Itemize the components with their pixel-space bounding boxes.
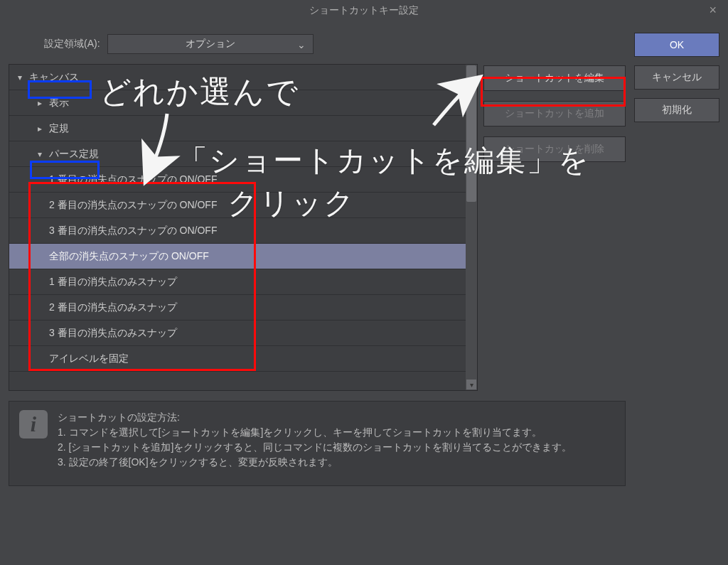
tree-item-label: キャンバス: [29, 71, 79, 84]
tree-item-label: 3 番目の消失点のスナップの ON/OFF: [49, 225, 217, 237]
content-row: ▾キャンバス▸表示▸定規▾パース定規1 番目の消失点のスナップの ON/OFF2…: [9, 64, 626, 391]
chevron-down-icon: ▾: [18, 72, 28, 82]
info-line-3: 3. 設定の終了後[OK]をクリックすると、変更が反映されます。: [58, 455, 572, 470]
setting-area-dropdown[interactable]: オプション ⌄: [107, 34, 314, 54]
right-column: OK キャンセル 初期化: [634, 28, 719, 486]
shortcut-side-buttons: ショートカットを編集 ショートカットを追加 ショートカットを削除: [483, 64, 626, 391]
tree-leaf[interactable]: 全部の消失点のスナップの ON/OFF: [9, 244, 477, 269]
scrollbar-track[interactable]: ▾: [466, 65, 477, 390]
dialog-body: 設定領域(A): オプション ⌄ ▾キャンバス▸表示▸定規▾パース定規1 番目の…: [0, 21, 728, 493]
scroll-down-icon[interactable]: ▾: [466, 380, 476, 389]
info-box: i ショートカットの設定方法: 1. コマンドを選択して[ショートカットを編集]…: [9, 401, 626, 486]
info-line-2: 2. [ショートカットを追加]をクリックすると、同じコマンドに複数のショートカッ…: [58, 440, 572, 455]
tree-group[interactable]: ▸表示: [9, 90, 477, 116]
tree-leaf[interactable]: 1 番目の消失点のみスナップ: [9, 269, 477, 295]
delete-shortcut-button[interactable]: ショートカットを削除: [483, 136, 626, 162]
info-line-1: 1. コマンドを選択して[ショートカットを編集]をクリックし、キーを押してショー…: [58, 425, 572, 440]
command-tree[interactable]: ▾キャンバス▸表示▸定規▾パース定規1 番目の消失点のスナップの ON/OFF2…: [9, 64, 478, 391]
tree-item-label: 定規: [49, 122, 69, 135]
chevron-down-icon: ▾: [38, 149, 48, 159]
tree-group[interactable]: ▾パース定規: [9, 141, 477, 167]
chevron-right-icon: ▸: [38, 124, 48, 134]
tree-item-label: 3 番目の消失点のみスナップ: [49, 327, 177, 340]
scrollbar-thumb[interactable]: [466, 65, 476, 202]
info-text: ショートカットの設定方法: 1. コマンドを選択して[ショートカットを編集]をク…: [58, 410, 572, 477]
tree-leaf[interactable]: 3 番目の消失点のスナップの ON/OFF: [9, 218, 477, 244]
info-icon: i: [19, 410, 48, 438]
tree-item-label: 表示: [49, 97, 69, 109]
tree-item-label: 全部の消失点のスナップの ON/OFF: [49, 250, 209, 263]
tree-item-label: 1 番目の消失点のスナップの ON/OFF: [49, 173, 217, 186]
close-icon[interactable]: ×: [703, 1, 722, 19]
ok-button[interactable]: OK: [634, 33, 719, 57]
chevron-right-icon: ▸: [38, 98, 48, 108]
setting-area-row: 設定領域(A): オプション ⌄: [9, 28, 626, 64]
window-title: ショートカットキー設定: [309, 4, 419, 17]
reset-button[interactable]: 初期化: [634, 98, 719, 122]
tree-group[interactable]: ▾キャンバス: [9, 65, 477, 90]
tree-item-label: 2 番目の消失点のスナップの ON/OFF: [49, 199, 217, 212]
left-column: 設定領域(A): オプション ⌄ ▾キャンバス▸表示▸定規▾パース定規1 番目の…: [9, 28, 626, 486]
tree-item-label: アイレベルを固定: [49, 353, 129, 365]
tree-item-label: 1 番目の消失点のみスナップ: [49, 276, 177, 289]
tree-item-label: 2 番目の消失点のみスナップ: [49, 301, 177, 314]
tree-item-label: パース定規: [49, 148, 99, 161]
add-shortcut-button[interactable]: ショートカットを追加: [483, 101, 626, 127]
setting-area-label: 設定領域(A):: [44, 38, 100, 50]
tree-leaf[interactable]: 2 番目の消失点のみスナップ: [9, 295, 477, 321]
tree-leaf[interactable]: 2 番目の消失点のスナップの ON/OFF: [9, 193, 477, 218]
chevron-down-icon: ⌄: [297, 39, 306, 50]
tree-leaf[interactable]: 3 番目の消失点のみスナップ: [9, 321, 477, 346]
tree-leaf[interactable]: 1 番目の消失点のスナップの ON/OFF: [9, 167, 477, 193]
tree-leaf[interactable]: アイレベルを固定: [9, 346, 477, 372]
edit-shortcut-button[interactable]: ショートカットを編集: [483, 65, 626, 91]
cancel-button[interactable]: キャンセル: [634, 65, 719, 90]
setting-area-value: オプション: [186, 38, 235, 50]
tree-group[interactable]: ▸定規: [9, 116, 477, 141]
info-heading: ショートカットの設定方法:: [58, 410, 572, 425]
titlebar: ショートカットキー設定 ×: [0, 0, 728, 21]
